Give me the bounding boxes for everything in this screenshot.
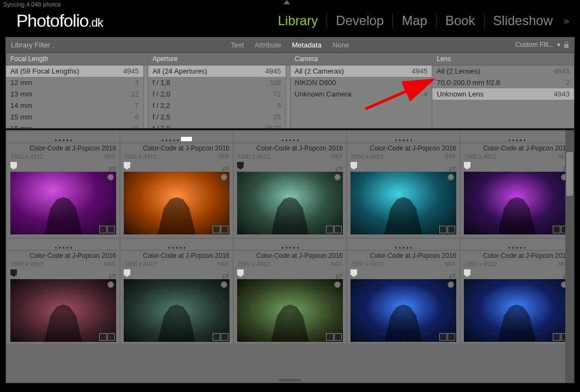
thumbnail-cell[interactable]: Color-Code at J-Popcon 20167360 x 4912NE… (120, 143, 233, 238)
quick-collection-icon[interactable] (221, 281, 227, 288)
thumbnail-cell[interactable]: Color-Code at J-Popcon 20167360 x 4912NE… (234, 251, 346, 343)
badge-icon[interactable] (213, 333, 220, 341)
module-slideshow[interactable]: Slideshow (485, 13, 561, 28)
quick-collection-icon[interactable] (448, 174, 454, 180)
column-scrollbar[interactable] (143, 65, 148, 128)
meta-column-header[interactable]: Focal Length (6, 53, 148, 65)
badge-icon[interactable] (99, 226, 107, 233)
badge-icon[interactable] (448, 333, 455, 341)
quick-collection-icon[interactable] (334, 281, 341, 288)
thumbnail-grid[interactable]: Color-Code at J-Popcon 20167360 x 4912NE… (5, 130, 575, 383)
meta-row[interactable]: All (2 Cameras)4945 (291, 65, 432, 77)
badge-icon[interactable] (334, 226, 342, 233)
flag-icon[interactable] (124, 269, 130, 277)
scrollbar-thumb[interactable] (566, 152, 573, 196)
sync-icon[interactable]: ⇄ (108, 163, 116, 168)
quick-collection-icon[interactable] (107, 174, 114, 180)
module-map[interactable]: Map (393, 13, 437, 28)
custom-filter-dropdown[interactable]: Custom Filt... ▾ (515, 41, 569, 49)
meta-row[interactable]: f / 2,072 (148, 88, 286, 100)
module-library[interactable]: Library (269, 13, 327, 28)
thumbnail-cell[interactable]: Color-Code at J-Popcon 20167360 x 4912NE… (7, 251, 119, 343)
badge-icon[interactable] (553, 226, 560, 233)
lock-icon[interactable] (564, 41, 569, 48)
badge-icon[interactable] (448, 226, 455, 233)
thumbnail-image[interactable] (237, 279, 343, 342)
meta-row[interactable]: All (24 Apertures)4945 (148, 65, 286, 77)
sync-icon[interactable]: ⇄ (335, 163, 343, 168)
badge-icon[interactable] (326, 226, 334, 233)
badge-icon[interactable] (439, 226, 447, 233)
thumbnail-image[interactable] (124, 172, 229, 234)
meta-row[interactable]: All (59 Focal Lengths)4945 (6, 65, 143, 77)
thumbnail-image[interactable] (464, 172, 570, 234)
flag-icon[interactable] (351, 269, 357, 277)
thumbnail-cell[interactable]: Color-Code at J-Popcon 20167360 x 4912NE… (461, 143, 573, 238)
meta-row[interactable]: 16 mm10 (6, 123, 143, 128)
thumbnail-image[interactable] (464, 279, 570, 342)
thumbnail-cell[interactable]: Color-Code at J-Popcon 20167360 x 4912NE… (120, 251, 233, 343)
badge-icon[interactable] (439, 333, 447, 341)
meta-row[interactable]: f / 2,82670 (148, 123, 286, 128)
flag-icon[interactable] (351, 162, 357, 170)
meta-row[interactable]: f / 2,26 (148, 100, 286, 111)
meta-row[interactable]: f / 2,526 (148, 111, 286, 123)
badge-icon[interactable] (213, 226, 220, 233)
badge-icon[interactable] (107, 333, 115, 341)
meta-row[interactable]: All (2 Lenses)4945 (432, 65, 574, 77)
badge-icon[interactable] (334, 333, 342, 341)
grid-scrollbar[interactable] (565, 130, 574, 383)
meta-column-header[interactable]: Camera (291, 53, 432, 65)
badge-icon[interactable] (326, 333, 334, 341)
badge-icon[interactable] (553, 333, 560, 341)
thumbnail-cell[interactable]: Color-Code at J-Popcon 20167360 x 4912NE… (347, 251, 460, 343)
flag-icon[interactable] (124, 162, 130, 170)
quick-collection-icon[interactable] (448, 281, 454, 288)
thumbnail-image[interactable] (10, 172, 116, 234)
thumbnail-image[interactable] (124, 279, 229, 342)
filter-tab-text[interactable]: Text (231, 41, 244, 49)
resize-grip[interactable] (279, 379, 301, 382)
flag-icon[interactable] (464, 162, 470, 170)
meta-row[interactable]: f / 1,8328 (148, 77, 286, 88)
meta-column-header[interactable]: Lens (432, 53, 574, 65)
sync-icon[interactable]: ⇄ (222, 270, 229, 276)
sync-icon[interactable]: ⇄ (335, 270, 343, 276)
quick-collection-icon[interactable] (334, 174, 341, 180)
quick-collection-icon[interactable] (221, 174, 227, 180)
meta-row[interactable]: Unknown Camera4 (291, 88, 432, 100)
flag-icon[interactable] (237, 162, 244, 170)
flag-icon[interactable] (10, 269, 17, 277)
badge-icon[interactable] (221, 333, 228, 341)
thumbnail-cell[interactable]: Color-Code at J-Popcon 20167360 x 4912NE… (7, 143, 119, 238)
sync-icon[interactable]: ⇄ (449, 270, 456, 276)
meta-row[interactable]: 70.0-200.0 mm f/2.82 (432, 77, 574, 88)
filter-tab-metadata[interactable]: Metadata (292, 41, 321, 49)
thumbnail-image[interactable] (351, 279, 456, 342)
column-scrollbar[interactable] (286, 65, 290, 128)
thumbnail-cell[interactable]: Color-Code at J-Popcon 20167360 x 4912NE… (347, 143, 460, 238)
flag-icon[interactable] (464, 269, 470, 277)
badge-icon[interactable] (221, 226, 228, 233)
sync-icon[interactable]: ⇄ (108, 270, 116, 276)
filter-tab-attribute[interactable]: Attribute (255, 41, 281, 49)
meta-row[interactable]: Unknown Lens4943 (432, 88, 574, 100)
badge-icon[interactable] (99, 333, 107, 341)
sync-icon[interactable]: ⇄ (222, 163, 229, 168)
flag-icon[interactable] (10, 162, 17, 170)
sync-icon[interactable]: ⇄ (449, 163, 456, 168)
meta-row[interactable]: 13 mm12 (6, 88, 143, 100)
meta-row[interactable]: 15 mm6 (6, 111, 143, 123)
panel-collapse-arrow-icon[interactable] (283, 0, 290, 4)
module-book[interactable]: Book (437, 13, 485, 28)
meta-column-header[interactable]: Aperture (148, 53, 290, 65)
thumbnail-cell[interactable]: Color-Code at J-Popcon 20167360 x 4912NE… (461, 251, 573, 343)
filter-tab-none[interactable]: None (333, 41, 349, 49)
meta-row[interactable]: 12 mm3 (6, 77, 143, 88)
module-develop[interactable]: Develop (327, 13, 393, 28)
identity-plate[interactable]: Photofolio.dk (16, 11, 103, 31)
badge-icon[interactable] (107, 226, 115, 233)
thumbnail-image[interactable] (351, 172, 456, 234)
thumbnail-image[interactable] (10, 279, 116, 342)
thumbnail-image[interactable] (237, 172, 343, 234)
